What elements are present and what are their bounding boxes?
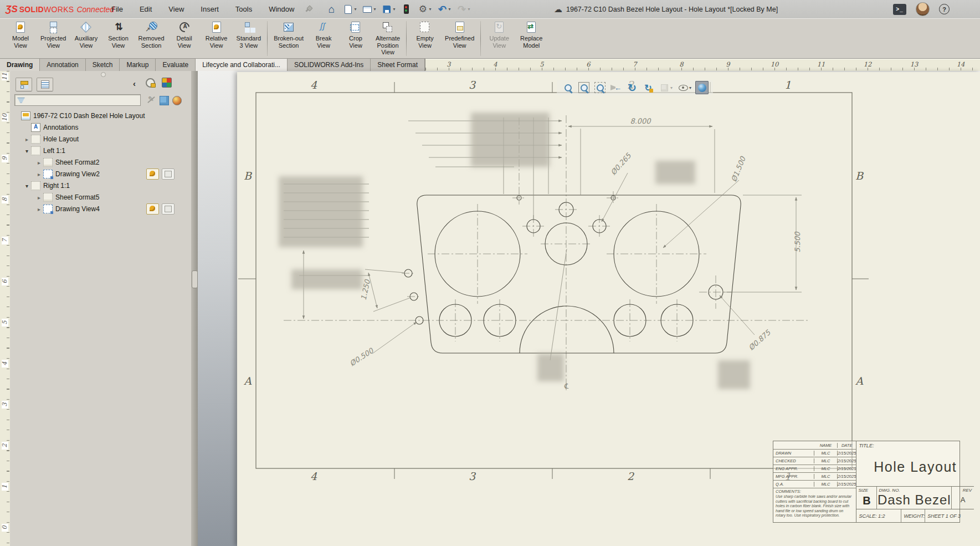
expander-icon[interactable] [23,135,30,143]
dropdown-arrow-icon[interactable]: ▾ [468,7,470,12]
tab-evaluate[interactable]: Evaluate [156,59,196,71]
tree-sheet-format5[interactable]: Sheet Format5 [12,191,189,203]
panel-splitter[interactable] [191,71,198,546]
tab-annotation[interactable]: Annotation [40,59,85,71]
tree-left-1-1[interactable]: Left 1:1 [12,145,189,156]
menu-edit[interactable]: Edit [138,4,153,14]
relative-view-button[interactable]: Relative View [201,19,233,49]
show-hierarchy-icon[interactable] [160,96,169,105]
rotate-view-button[interactable]: ▾ [625,81,639,94]
ribbon-separator[interactable] [267,21,268,56]
expander-icon[interactable] [35,159,43,166]
tab-sketch[interactable]: Sketch [86,59,120,71]
dropdown-arrow-icon[interactable]: ▾ [354,7,356,12]
user-avatar[interactable] [916,2,930,16]
tab-drawing[interactable]: Drawing [0,59,40,71]
dropdown-arrow-icon[interactable]: ▾ [429,7,431,12]
tree-hole-layout[interactable]: Hole Layout [12,133,189,145]
3d-drawing-view-button[interactable]: ▾ [642,81,655,94]
tree-root[interactable]: 1967-72 C10 Dash Bezel Hole Layout [12,110,189,121]
model-view-button[interactable]: Model View [4,19,37,49]
dimension-d0265[interactable]: Ø0.265 [609,151,633,177]
menu-view[interactable]: View [167,4,185,14]
tree-annotations[interactable]: Annotations [12,121,189,133]
view-palette-icon[interactable] [161,76,173,89]
options-button[interactable]: ▾ [415,3,433,16]
ribbon-separator[interactable] [406,21,407,56]
hide-show-items-button[interactable]: ▾ [676,81,692,94]
redo-button[interactable]: ▾ [455,3,472,16]
menu-insert[interactable]: Insert [199,4,220,14]
dropdown-arrow-icon[interactable]: ▾ [373,7,376,12]
dimension-8000[interactable]: 8.000 [630,117,651,125]
lifecycle-status-button[interactable]: ▾ [399,3,413,16]
menu-window[interactable]: Window [268,4,295,14]
tree-drawing-view2[interactable]: Drawing View2 [12,168,189,180]
menu-tools[interactable]: Tools [234,4,253,14]
undo-button[interactable]: ▾ [435,3,453,16]
referenced-part-badge-icon[interactable] [146,203,159,215]
standard-3-view-button[interactable]: Standard 3 View [233,19,265,49]
tree-drawing-view4[interactable]: Drawing View4 [12,203,189,215]
auxiliary-view-button[interactable]: Auxiliary View [70,19,102,49]
lock-view-icon[interactable] [144,76,156,89]
feature-tree-tab[interactable] [16,78,32,91]
previous-view-button[interactable]: ▾ [609,81,623,94]
tab-markup[interactable]: Markup [120,59,156,71]
ribbon-separator[interactable] [480,21,481,56]
tree-right-1-1[interactable]: Right 1:1 [12,180,189,191]
update-view-button[interactable]: Update View [483,19,515,49]
projected-view-button[interactable]: Projected View [37,19,70,49]
expander-icon[interactable] [35,205,43,213]
appearance-filter-icon[interactable] [172,96,182,105]
dropdown-arrow-icon[interactable]: ▾ [449,7,451,12]
tab-solidworks-add-ins[interactable]: SOLIDWORKS Add-Ins [288,59,371,71]
view-settings-button[interactable]: ▾ [695,81,709,94]
title-block[interactable]: NAME DATE DRAWN MLC 2/15/2025 CHECKED [773,441,960,523]
home-button[interactable]: ▾ [324,3,338,16]
tab-sheet-format[interactable]: Sheet Format [371,59,425,71]
dimension-d0875[interactable]: Ø0.875 [747,328,772,352]
splitter-grip[interactable] [192,271,198,288]
display-style-button[interactable]: ▾ [658,81,674,94]
alternate-position-view-button[interactable]: Alternate Position View [372,19,404,56]
dropdown-arrow-icon[interactable]: ▾ [393,7,395,12]
detail-view-button[interactable]: Detail View [168,19,201,49]
save-button[interactable]: ▾ [379,3,397,16]
dimension-d0500[interactable]: Ø0.500 [348,346,376,368]
section-view-button[interactable]: Section View [102,19,134,49]
new-document-button[interactable]: ▾ [341,3,358,16]
referenced-part-badge-icon[interactable] [146,169,159,180]
empty-view-button[interactable]: Empty View [409,19,441,49]
menu-file[interactable]: File [110,4,124,14]
help-icon[interactable]: ? [939,4,950,14]
tab-lifecycle-and-collaboration[interactable]: Lifecycle and Collaborati... [196,59,288,71]
tree-filter-input[interactable] [25,96,140,104]
open-button[interactable]: ▾ [360,3,377,16]
expander-icon[interactable] [23,182,30,190]
expander-icon[interactable] [23,147,30,155]
display-pane-tab[interactable] [37,78,53,91]
zoom-to-area-button[interactable]: ▾ [577,81,591,94]
pin-menu-icon[interactable] [304,6,312,13]
command-console-icon[interactable]: >_ [893,4,906,15]
tree-sheet-format2[interactable]: Sheet Format2 [12,156,189,168]
dropdown-arrow-icon[interactable]: ▾ [670,85,673,90]
expander-icon[interactable] [35,193,43,201]
zoom-to-fit-button[interactable]: ▾ [561,81,574,94]
panel-splitter-dot[interactable] [101,72,106,77]
view-orientation-badge-icon[interactable] [162,169,175,180]
dimension-d1500[interactable]: Ø1.500 [730,155,747,183]
predefined-view-button[interactable]: Predefined View [441,19,478,49]
dimension-5500[interactable]: 5.500 [793,231,802,253]
filter-annotations-icon[interactable] [146,95,156,105]
dropdown-arrow-icon[interactable]: ▾ [689,85,691,90]
broken-out-section-button[interactable]: Broken-out Section [270,19,307,49]
expander-icon[interactable] [35,170,43,178]
crop-view-button[interactable]: Crop View [340,19,372,49]
removed-section-button[interactable]: Removed Section [134,19,168,49]
view-orientation-badge-icon[interactable] [162,203,175,215]
replace-model-button[interactable]: Replace Model [515,19,547,49]
collapse-panel-icon[interactable]: ‹ [133,78,136,90]
zoom-in-out-button[interactable]: ▾ [593,81,607,94]
